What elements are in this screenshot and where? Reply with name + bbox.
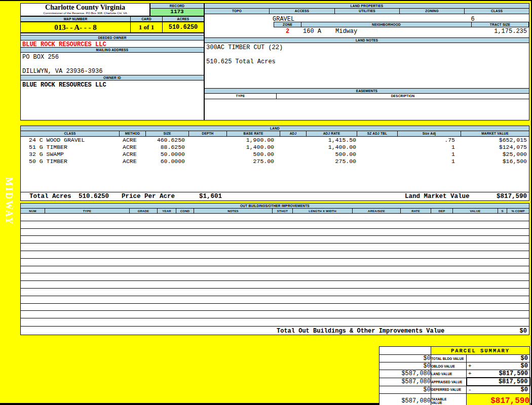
land-cell-adj_rate: 500.00 [307,151,357,158]
mailing-address-line2: DILLWYN, VA 23936-3936 [22,68,102,75]
deeded-owner-label: DEEDED OWNER [21,35,204,40]
ob-column-type: TYPE [45,209,130,214]
mailing-address-line1: PO BOX 256 [22,54,59,61]
land-properties-title: LAND PROPERTIES [205,4,529,9]
ob-column-sthgt: STHGT [273,209,293,214]
land-cell-sz_adj_tbl [357,144,398,151]
land-cell-depth [189,137,227,144]
total-bldg-value-cell: $0 [467,355,530,362]
ob-column-area-size: AREA/SIZE [353,209,401,214]
land-cell-base_rate: 1,400.00 [227,144,280,151]
land-column-adj: ADJ [280,131,307,137]
out-buildings-panel: OUT BUILDINGS/OTHER IMPROVEMENTS NUM TYP… [20,203,529,335]
land-cell-method: ACRE [120,158,146,165]
obldg-left-value: $0 [379,362,431,370]
out-buildings-total-value: $0 [520,328,527,335]
parcel-summary-spacer [379,347,431,355]
land-cell-adj [280,158,307,165]
card-value: 1 of 1 [130,22,163,33]
out-buildings-empty-rows [21,214,529,326]
out-building-row [21,221,529,229]
land-cell-class: 32 G SWAMP [21,151,120,158]
obldg-op: + [468,363,472,369]
land-cell-class: 50 G TIMBER [21,158,120,165]
map-number-value: 013- - A- - - 8 [20,22,131,33]
deferred-op: - [468,387,472,393]
out-building-row [21,214,529,221]
summary-row-appraised: $587,080 APPRAISED VALUE $817,590 [379,378,530,386]
summary-row-land-value: $587,080 LAND VALUE +$817,590 [379,370,530,378]
parcel-summary-title: PARCEL SUMMARY [431,347,530,355]
appraised-value-cell: $817,590 [467,378,530,386]
out-building-row [21,244,529,251]
taxable-value: $817,590 [467,394,530,405]
tract-size-value: 1,175.235 [471,28,527,35]
out-buildings-total-row: Total Out Buildings & Other Improvements… [21,326,529,335]
land-column-depth: DEPTH [189,131,227,137]
owner-panel: DEEDED OWNER BLUE ROCK RESOURCES LLC MAI… [20,33,204,120]
land-note-line1: 300AC TIMBER CUT (22) [206,44,283,51]
land-note-line2: 510.625 Total Acres [206,58,276,65]
land-column-class: CLASS [21,131,120,137]
ob-column-s: S [498,209,507,214]
land-cell-class: 51 G TIMBER [21,144,120,151]
zone-value: 2 [274,28,301,35]
land-cell-base_rate: 1,900.00 [227,137,280,144]
land-cell-sz_adj_tbl [357,137,398,144]
out-building-row [21,229,529,236]
neighborhood-label: NEIGHBORHOOD [301,22,472,27]
obldg-label: OBLDG VALUE [431,362,467,370]
out-building-row [21,311,529,318]
land-cell-method: ACRE [120,137,146,144]
taxable-left-value: $587,080 [379,394,431,405]
ob-column-cond: COND [176,209,194,214]
county-subtitle: Commissioner of the Revenue, PO Box 308,… [21,12,149,15]
neighborhood-name: Midway [335,28,357,35]
out-building-row [21,296,529,304]
land-table-row: 24 C WOOD GRAVELACRE460.62501,900.001,41… [21,137,529,144]
land-column-sz-adj-tbl: SZ ADJ TBL [357,131,398,137]
land-value-left: $587,080 [379,370,431,378]
land-cell-size: 60.0000 [146,158,189,165]
record-value: 1173 [150,9,204,16]
summary-row-total-bldg: $0 TOTAL BLDG VALUE $0 [379,355,530,362]
appraised-label: APPRAISED VALUE [431,378,467,386]
land-notes-title: LAND NOTES [205,37,529,43]
total-acres-value: 510.6250 [79,193,109,200]
land-value-op: + [468,371,472,377]
easement-type-label: TYPE [205,94,277,99]
land-value-amount: $817,590 [499,370,528,377]
deferred-label: DEFERRED VALUE [431,386,467,394]
ob-column-notes: NOTES [194,209,273,214]
land-cell-adj_rate: 1,400.00 [307,144,357,151]
property-record-card: MIDWAY Charlotte County Virginia Commiss… [0,0,532,405]
appraised-value: $817,590 [499,378,528,385]
out-building-row [21,273,529,281]
land-cell-class: 24 C WOOD GRAVEL [21,137,120,144]
land-column-adj-rate: ADJ RATE [307,131,357,137]
obldg-value: $0 [521,362,528,370]
land-cell-sz_adj_tbl [357,151,398,158]
land-column-market-value: MARKET VALUE [461,131,529,137]
ob-column-length-width: LENGTH X WIDTH [293,209,353,214]
land-totals-row: Total Acres 510.6250 Price Per Acre $1,6… [21,192,529,200]
ob-column-rate: RATE [401,209,431,214]
column-zoning: ZONING [400,9,465,14]
deferred-value-cell: -$0 [467,386,530,394]
price-per-acre-value: $1,601 [199,193,222,200]
land-market-value-label: Land Market Value [405,193,470,200]
county-header-box: Charlotte County Virginia Commissioner o… [20,3,150,16]
easements-title: EASEMENTS [205,88,529,94]
land-cell-size_adj: 1 [398,151,461,158]
ob-column-num: NUM [21,209,45,214]
land-value-label: LAND VALUE [431,370,467,378]
land-cell-depth [189,144,227,151]
easement-description-label: DESCRIPTION [277,94,529,99]
out-buildings-title: OUT BUILDINGS/OTHER IMPROVEMENTS [21,204,529,209]
land-cell-market_value: $652,015 [461,137,529,144]
land-title: LAND [21,126,529,131]
land-columns: CLASS METHOD SIZE DEPTH BASE RATE ADJ AD… [21,131,529,137]
land-cell-method: ACRE [120,144,146,151]
owner-id-value: BLUE ROCK RESOURCES LLC [22,82,106,89]
land-cell-market_value: $124,075 [461,144,529,151]
